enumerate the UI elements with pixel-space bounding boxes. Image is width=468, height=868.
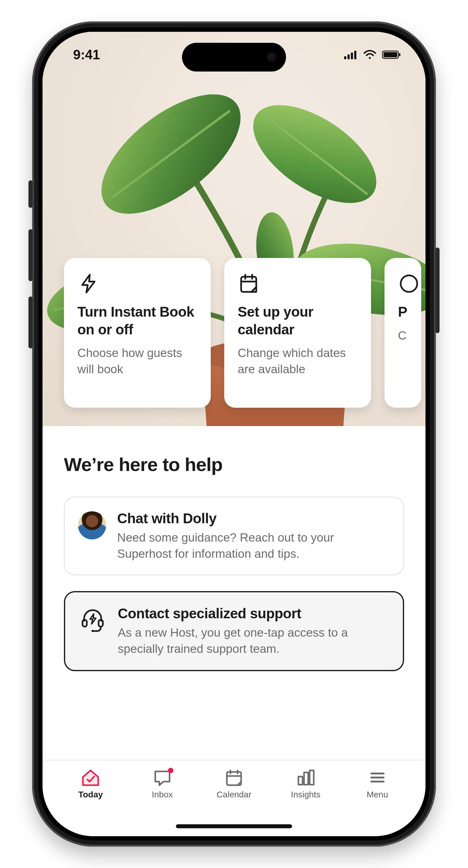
side-button [28,297,33,348]
card-peek[interactable]: P C [384,258,421,408]
tab-label: Today [78,790,103,800]
main-content: We’re here to help Chat with Dolly Need … [42,426,426,671]
svg-point-16 [401,275,417,292]
quick-action-carousel[interactable]: Turn Instant Book on or off Choose how g… [64,258,421,408]
status-time: 9:41 [73,47,100,62]
tab-inbox[interactable]: Inbox [135,768,190,800]
svg-rect-22 [304,772,308,784]
status-indicators [344,50,401,60]
svg-point-19 [91,630,94,632]
device-frame: 9:41 [32,21,436,847]
section-heading: We’re here to help [64,454,404,475]
battery-icon [382,50,401,59]
side-button [435,248,440,333]
card-subtitle: Change which dates are available [238,345,358,377]
side-button [28,180,33,208]
wifi-icon [363,50,377,60]
avatar [78,511,106,539]
svg-rect-7 [399,53,401,56]
card-title: Turn Instant Book on or off [78,303,197,338]
card-body: Need some guidance? Reach out to your Su… [117,530,390,562]
headset-bolt-icon [79,607,107,632]
tab-insights[interactable]: Insights [278,768,333,800]
card-title: P [398,303,421,321]
card-chat-superhost[interactable]: Chat with Dolly Need some guidance? Reac… [64,497,404,575]
hero-banner: Turn Instant Book on or off Choose how g… [42,32,426,426]
side-button [28,229,33,281]
chat-icon [152,768,173,787]
svg-rect-6 [384,52,397,58]
tab-today[interactable]: Today [63,768,118,800]
menu-icon [367,768,388,787]
svg-rect-1 [348,54,350,59]
svg-rect-0 [344,56,346,59]
card-title: Set up your calendar [238,303,358,338]
svg-rect-2 [351,53,353,59]
bars-icon [295,768,316,787]
svg-rect-21 [298,777,302,785]
badge-dot [168,768,173,773]
tab-label: Insights [291,790,321,800]
bolt-icon [78,273,197,303]
tab-label: Inbox [152,790,173,800]
home-check-icon [80,768,101,787]
card-subtitle: C [398,328,421,344]
svg-rect-23 [310,771,314,785]
calendar-fold-icon [238,273,358,303]
card-subtitle: Choose how guests will book [78,345,197,377]
tab-calendar[interactable]: Calendar [206,768,262,800]
tab-label: Calendar [216,790,252,800]
svg-point-4 [369,57,371,59]
home-indicator[interactable] [176,824,292,828]
peek-icon [398,273,421,303]
svg-rect-3 [354,51,356,59]
card-instant-book[interactable]: Turn Instant Book on or off Choose how g… [64,258,211,408]
card-contact-support[interactable]: Contact specialized support As a new Hos… [64,591,404,671]
calendar-icon [224,768,244,787]
card-body: As a new Host, you get one-tap access to… [118,625,389,657]
dynamic-island [182,43,286,71]
screen: 9:41 [42,32,426,836]
tab-menu[interactable]: Menu [350,768,405,800]
card-title: Contact specialized support [118,605,389,622]
card-title: Chat with Dolly [117,510,390,527]
tab-label: Menu [367,790,388,800]
card-setup-calendar[interactable]: Set up your calendar Change which dates … [224,258,371,408]
cellular-icon [344,50,358,59]
